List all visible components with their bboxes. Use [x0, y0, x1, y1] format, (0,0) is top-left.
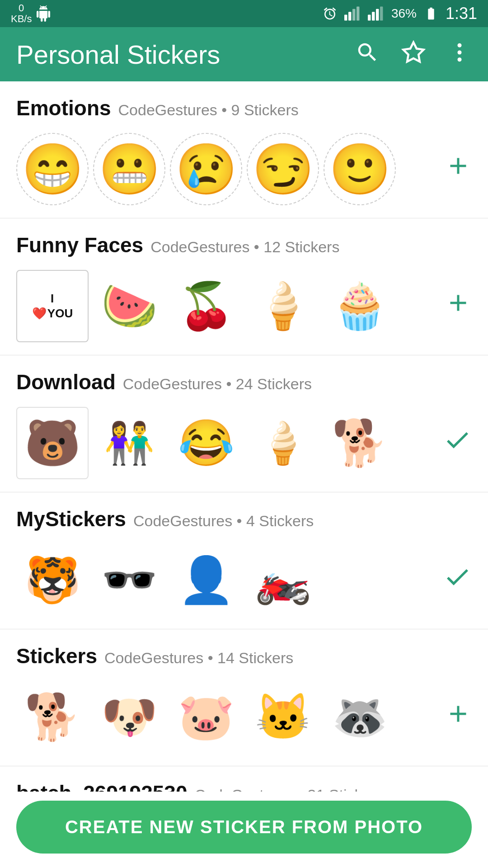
pack-name-download: Download	[16, 370, 116, 394]
add-icon	[445, 152, 472, 179]
sticker-grid-emotions: 😁 😬 😢 😏 🙂	[16, 133, 434, 205]
sticker-thumb[interactable]: 🍦	[247, 270, 319, 342]
sticker-thumb[interactable]: 😬	[93, 133, 165, 205]
pack-row-emotions: 😁 😬 😢 😏 🙂	[16, 133, 472, 205]
svg-rect-0	[344, 15, 347, 21]
checkmark-icon	[443, 425, 472, 454]
more-options-button[interactable]	[447, 40, 472, 68]
pack-header-download: Download CodeGestures • 24 Stickers	[16, 370, 472, 394]
create-sticker-button[interactable]: CREATE NEW STICKER FROM PHOTO	[16, 801, 472, 854]
pack-meta-mystickers: CodeGestures • 4 Stickers	[133, 512, 314, 530]
sticker-thumb[interactable]: 👤	[170, 544, 242, 616]
app-title: Personal Stickers	[16, 39, 344, 70]
sticker-thumb[interactable]: 🐶	[93, 681, 165, 753]
sticker-thumb[interactable]: 🙂	[324, 133, 396, 205]
svg-rect-6	[376, 9, 379, 21]
sticker-thumb[interactable]: 🍒	[170, 270, 242, 342]
pack-name-mystickers: MyStickers	[16, 507, 126, 531]
add-pack-funny-faces[interactable]	[434, 289, 472, 323]
more-vert-icon	[447, 40, 472, 65]
pack-meta-stickers: CodeGestures • 14 Stickers	[104, 649, 293, 667]
check-pack-mystickers[interactable]	[432, 562, 472, 598]
pack-header-mystickers: MyStickers CodeGestures • 4 Stickers	[16, 507, 472, 531]
pack-emotions: Emotions CodeGestures • 9 Stickers 😁 😬 😢…	[0, 81, 488, 218]
pack-meta-download: CodeGestures • 24 Stickers	[123, 375, 312, 393]
pack-mystickers: MyStickers CodeGestures • 4 Stickers 🐯 🕶…	[0, 492, 488, 629]
sticker-grid-stickers: 🐕 🐶 🐷 🐱 🦝	[16, 681, 434, 753]
sticker-thumb[interactable]: 👫	[93, 407, 165, 479]
status-left: 0KB/s	[11, 3, 52, 24]
search-icon	[355, 40, 380, 65]
sticker-thumb[interactable]: 🏍️	[247, 544, 319, 616]
add-icon	[445, 289, 472, 316]
pack-row-download: 🐻 👫 😂 🍦 🐕	[16, 407, 472, 479]
signal-icon	[344, 6, 361, 21]
android-icon	[35, 5, 52, 22]
svg-point-9	[458, 43, 462, 47]
time-display: 1:31	[446, 4, 477, 23]
svg-point-11	[458, 57, 462, 61]
pack-meta-emotions: CodeGestures • 9 Stickers	[118, 101, 299, 119]
pack-stickers: Stickers CodeGestures • 14 Stickers 🐕 🐶 …	[0, 629, 488, 766]
signal-icon2	[368, 6, 384, 21]
battery-icon	[424, 6, 438, 21]
sticker-thumb[interactable]: 🐯	[16, 544, 89, 616]
app-bar: Personal Stickers	[0, 27, 488, 81]
status-bar: 0KB/s 36% 1:31	[0, 0, 488, 27]
pack-header-emotions: Emotions CodeGestures • 9 Stickers	[16, 96, 472, 120]
pack-row-mystickers: 🐯 🕶️ 👤 🏍️	[16, 544, 472, 616]
svg-rect-7	[380, 7, 383, 21]
data-speed: 0KB/s	[11, 3, 32, 24]
sticker-grid-mystickers: 🐯 🕶️ 👤 🏍️	[16, 544, 432, 616]
svg-rect-4	[368, 15, 371, 21]
checkmark-icon	[443, 562, 472, 591]
add-pack-emotions[interactable]	[434, 152, 472, 186]
sticker-thumb[interactable]: 🐷	[170, 681, 242, 753]
svg-point-10	[458, 51, 462, 55]
check-pack-download[interactable]	[432, 425, 472, 461]
bottom-bar: CREATE NEW STICKER FROM PHOTO	[0, 792, 488, 868]
pack-header-funny-faces: Funny Faces CodeGestures • 12 Stickers	[16, 233, 472, 257]
sticker-thumb[interactable]: 🐻	[16, 407, 89, 479]
add-pack-stickers[interactable]	[434, 700, 472, 734]
svg-rect-5	[372, 12, 375, 20]
search-button[interactable]	[355, 40, 380, 68]
pack-download: Download CodeGestures • 24 Stickers 🐻 👫 …	[0, 355, 488, 492]
add-icon	[445, 700, 472, 727]
favorite-button[interactable]	[401, 40, 426, 68]
svg-rect-2	[352, 9, 355, 21]
sticker-thumb[interactable]: 🍦	[247, 407, 319, 479]
alarm-icon	[323, 6, 337, 21]
star-icon	[401, 40, 426, 65]
pack-name-emotions: Emotions	[16, 96, 111, 120]
pack-row-stickers: 🐕 🐶 🐷 🐱 🦝	[16, 681, 472, 753]
pack-header-stickers: Stickers CodeGestures • 14 Stickers	[16, 644, 472, 668]
pack-meta-funny-faces: CodeGestures • 12 Stickers	[150, 238, 339, 256]
sticker-thumb[interactable]: 😂	[170, 407, 242, 479]
pack-name-funny-faces: Funny Faces	[16, 233, 143, 257]
svg-rect-1	[348, 12, 351, 20]
app-bar-icons	[355, 40, 472, 68]
sticker-grid-funny-faces: I ❤️YOU 🍉 🍒 🍦 🧁	[16, 270, 434, 342]
pack-funny-faces: Funny Faces CodeGestures • 12 Stickers I…	[0, 218, 488, 355]
sticker-thumb[interactable]: 😁	[16, 133, 89, 205]
sticker-thumb[interactable]: I ❤️YOU	[16, 270, 89, 342]
sticker-thumb[interactable]: 🐱	[247, 681, 319, 753]
sticker-thumb[interactable]: 🦝	[324, 681, 396, 753]
pack-row-funny-faces: I ❤️YOU 🍉 🍒 🍦 🧁	[16, 270, 472, 342]
sticker-thumb[interactable]: 🐕	[324, 407, 396, 479]
sticker-thumb[interactable]: 🕶️	[93, 544, 165, 616]
sticker-thumb[interactable]: 🍉	[93, 270, 165, 342]
sticker-packs-list: Emotions CodeGestures • 9 Stickers 😁 😬 😢…	[0, 81, 488, 868]
svg-marker-8	[404, 42, 424, 62]
sticker-thumb[interactable]: 😢	[170, 133, 242, 205]
sticker-thumb[interactable]: 🐕	[16, 681, 89, 753]
svg-rect-3	[357, 7, 359, 21]
battery-percent: 36%	[391, 6, 417, 21]
sticker-thumb[interactable]: 🧁	[324, 270, 396, 342]
sticker-grid-download: 🐻 👫 😂 🍦 🐕	[16, 407, 432, 479]
pack-name-stickers: Stickers	[16, 644, 97, 668]
sticker-thumb[interactable]: 😏	[247, 133, 319, 205]
status-right: 36% 1:31	[323, 4, 477, 23]
